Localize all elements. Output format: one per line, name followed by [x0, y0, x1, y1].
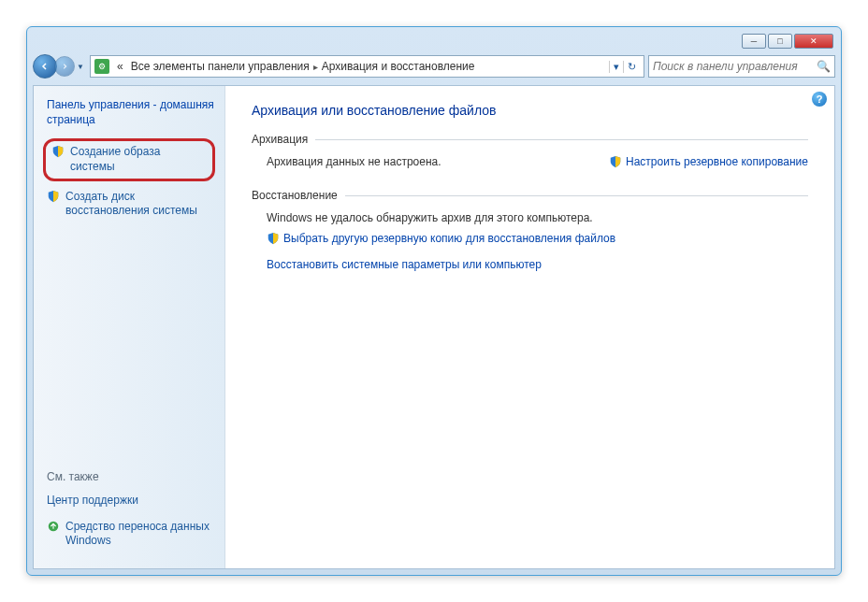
window-frame: ─ □ ✕ ▼ ⚙ « Все элементы панели управлен…: [26, 26, 842, 576]
link-label: Настроить резервное копирование: [626, 155, 808, 168]
select-other-backup-link[interactable]: Выбрать другую резервную копию для восст…: [267, 232, 808, 245]
backup-section-title: Архивация: [252, 133, 315, 146]
divider: [315, 139, 808, 140]
breadcrumb-all-items[interactable]: Все элементы панели управления: [127, 60, 313, 73]
title-bar: ─ □ ✕: [33, 33, 835, 50]
restore-status-text: Windows не удалось обнаружить архив для …: [267, 211, 808, 224]
shield-icon: [47, 190, 60, 203]
shield-icon: [267, 232, 280, 245]
see-also-heading: См. также: [43, 470, 215, 483]
refresh-button[interactable]: ↻: [623, 61, 640, 73]
sidebar-item-label: Создать диск восстановления системы: [65, 190, 211, 219]
control-panel-icon: ⚙: [94, 59, 109, 74]
shield-icon: [609, 155, 622, 168]
page-title: Архивация или восстановление файлов: [252, 103, 808, 118]
sidebar-easy-transfer[interactable]: Средство переноса данных Windows: [43, 517, 215, 552]
sidebar-item-label: Создание образа системы: [70, 145, 207, 174]
main-panel: Архивация или восстановление файлов Архи…: [225, 86, 834, 568]
divider: [345, 195, 808, 196]
search-box[interactable]: 🔍: [648, 55, 835, 78]
restore-system-link[interactable]: Восстановить системные параметры или ком…: [267, 258, 808, 271]
nav-bar: ▼ ⚙ « Все элементы панели управления ▸ А…: [33, 51, 835, 81]
breadcrumb-prefix: «: [113, 60, 127, 73]
sidebar-create-system-image[interactable]: Создание образа системы: [43, 138, 215, 180]
minimize-button[interactable]: ─: [742, 34, 766, 49]
restore-section-title: Восстановление: [252, 189, 345, 202]
backup-status-text: Архивация данных не настроена.: [267, 155, 441, 168]
sidebar-item-label: Центр поддержки: [47, 494, 138, 509]
sidebar-action-center[interactable]: Центр поддержки: [43, 491, 215, 511]
address-bar[interactable]: ⚙ « Все элементы панели управления ▸ Арх…: [90, 55, 644, 78]
search-icon[interactable]: 🔍: [817, 60, 831, 73]
restore-section: Восстановление Windows не удалось обнару…: [252, 189, 808, 271]
address-dropdown-icon[interactable]: ▾: [609, 61, 623, 73]
help-icon[interactable]: ?: [812, 92, 827, 107]
maximize-button[interactable]: □: [768, 34, 792, 49]
nav-buttons: ▼: [33, 54, 86, 79]
backup-section: Архивация Архивация данных не настроена.…: [252, 133, 808, 168]
sidebar-home-link[interactable]: Панель управления - домашняя страница: [43, 97, 215, 127]
link-label: Выбрать другую резервную копию для восст…: [283, 232, 615, 245]
sidebar: Панель управления - домашняя страница Со…: [34, 86, 225, 568]
breadcrumb-backup-restore[interactable]: Архивация и восстановление: [318, 60, 479, 73]
sidebar-item-label: Средство переноса данных Windows: [65, 520, 211, 549]
forward-button[interactable]: [54, 56, 75, 77]
close-button[interactable]: ✕: [794, 34, 833, 49]
search-input[interactable]: [653, 60, 817, 73]
content-area: ? Панель управления - домашняя страница …: [33, 85, 835, 569]
nav-history-dropdown[interactable]: ▼: [75, 57, 86, 76]
sidebar-create-recovery-disc[interactable]: Создать диск восстановления системы: [43, 187, 215, 222]
shield-icon: [51, 145, 65, 158]
setup-backup-link[interactable]: Настроить резервное копирование: [609, 155, 808, 168]
transfer-icon: [47, 520, 60, 533]
